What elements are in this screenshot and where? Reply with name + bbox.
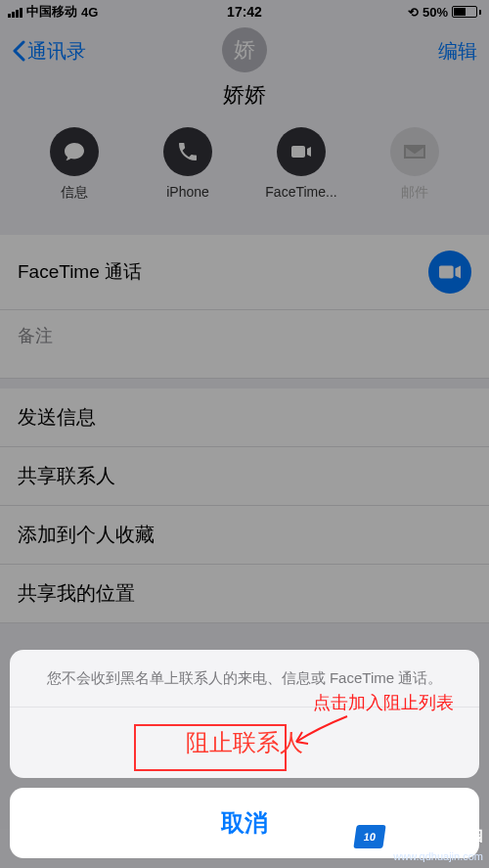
share-location-row[interactable]: 共享我的位置 [0, 565, 489, 623]
nav-bar: 通讯录 娇 编辑 [0, 23, 489, 78]
chevron-left-icon [12, 40, 25, 62]
phone-button[interactable]: iPhone [149, 127, 227, 202]
signal-icon [8, 6, 22, 18]
status-bar: 中国移动 4G 17:42 ⟲ 50% [0, 0, 489, 23]
battery-icon [452, 6, 481, 18]
video-icon [439, 263, 461, 281]
back-label: 通讯录 [27, 38, 86, 65]
message-button[interactable]: 信息 [35, 127, 113, 202]
action-sheet: 您不会收到黑名单上联系人的来电、信息或 FaceTime 通话。 阻止联系人 取… [10, 650, 479, 859]
share-contact-label: 共享联系人 [18, 463, 115, 489]
carrier-label: 中国移动 [26, 3, 77, 21]
avatar: 娇 [222, 27, 267, 72]
contact-name: 娇娇 [0, 80, 489, 110]
add-favorite-row[interactable]: 添加到个人收藏 [0, 506, 489, 565]
notes-label: 备注 [18, 324, 53, 347]
mail-icon [403, 140, 426, 163]
message-icon [63, 140, 86, 163]
send-message-label: 发送信息 [18, 404, 96, 431]
battery-pct: 50% [422, 5, 448, 20]
rotation-lock-icon: ⟲ [408, 5, 419, 20]
add-favorite-label: 添加到个人收藏 [18, 522, 155, 548]
message-label: 信息 [61, 184, 88, 202]
send-message-row[interactable]: 发送信息 [0, 388, 489, 447]
video-icon [289, 140, 313, 163]
cancel-button[interactable]: 取消 [10, 788, 479, 858]
sheet-message: 您不会收到黑名单上联系人的来电、信息或 FaceTime 通话。 [10, 650, 479, 708]
share-location-label: 共享我的位置 [18, 580, 135, 607]
phone-label: iPhone [166, 184, 209, 200]
facetime-call-label: FaceTime 通话 [18, 259, 142, 285]
facetime-button[interactable]: FaceTime... [262, 127, 340, 202]
facetime-label: FaceTime... [265, 184, 336, 200]
share-contact-row[interactable]: 共享联系人 [0, 447, 489, 506]
mail-label: 邮件 [401, 184, 428, 202]
network-label: 4G [81, 5, 98, 20]
avatar-letter: 娇 [234, 35, 255, 65]
notes-row[interactable]: 备注 [0, 310, 489, 379]
edit-button[interactable]: 编辑 [438, 38, 477, 65]
back-button[interactable]: 通讯录 [12, 38, 86, 65]
phone-icon [176, 140, 200, 163]
actions-row: 信息 iPhone FaceTime... 邮件 [0, 127, 489, 225]
facetime-call-row[interactable]: FaceTime 通话 [0, 235, 489, 310]
facetime-video-button[interactable] [428, 251, 471, 294]
block-contact-button[interactable]: 阻止联系人 [10, 708, 479, 778]
mail-button[interactable]: 邮件 [376, 127, 454, 202]
